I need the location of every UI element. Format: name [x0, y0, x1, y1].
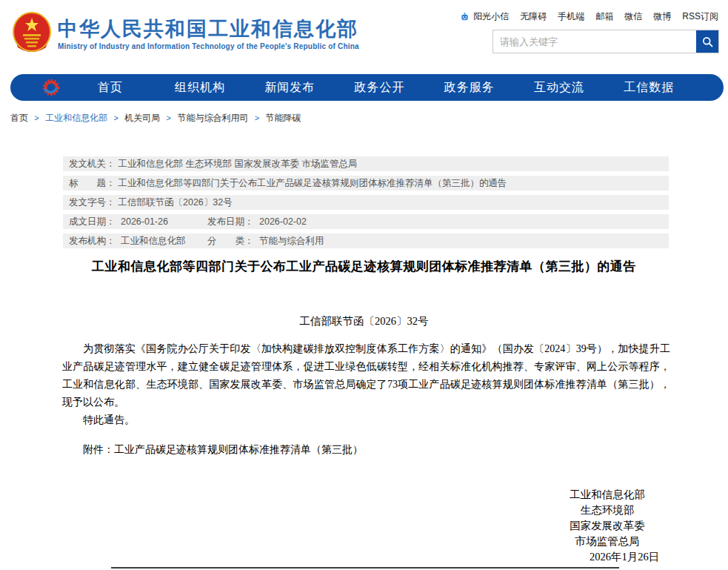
search-input[interactable] — [493, 30, 696, 53]
nav-item-home[interactable]: 首页 — [65, 80, 155, 96]
quick-link-label: 阳光小信 — [473, 10, 509, 23]
meta-label: 发布日期： — [207, 216, 254, 227]
breadcrumb-current[interactable]: 节能降碳 — [266, 113, 301, 123]
nav-item-news[interactable]: 新闻发布 — [245, 80, 335, 96]
breadcrumb-home[interactable]: 首页 — [10, 113, 28, 123]
signer: 国家发展改革委 — [518, 518, 696, 534]
robot-icon — [459, 11, 470, 22]
breadcrumb-separator: > — [113, 113, 118, 122]
meta-label: 标 题： — [69, 176, 116, 190]
meta-label: 分 类： — [207, 236, 254, 246]
signature-date: 2026年1月26日 — [518, 549, 696, 565]
meta-value: 工业和信息化部等四部门关于公布工业产品碳足迹核算规则团体标准推荐清单（第三批）的… — [118, 176, 507, 190]
miit-gear-icon — [41, 78, 61, 97]
meta-cell: 分 类： 节能与综合利用 — [207, 233, 324, 248]
meta-row-issuing-body: 发文机关： 工业和信息化部 生态环境部 国家发展改革委 市场监管总局 — [63, 156, 669, 171]
attachment-line: 附件：工业产品碳足迹核算规则团体标准推荐清单（第三批） — [62, 443, 670, 457]
signature-block: 工业和信息化部 生态环境部 国家发展改革委 市场监管总局 2026年1月26日 — [518, 487, 696, 565]
breadcrumb-separator: > — [255, 113, 259, 122]
article-doc-number: 工信部联节函〔2026〕32号 — [30, 314, 698, 328]
breadcrumb-separator: > — [167, 113, 171, 122]
quick-link-accessibility[interactable]: 无障碍 — [520, 10, 547, 23]
breadcrumb: 首页 > 工业和信息化部 > 机关司局 > 节能与综合利用司 > 节能降碳 — [10, 112, 301, 125]
document-meta-table: 发文机关： 工业和信息化部 生态环境部 国家发展改革委 市场监管总局 标 题： … — [63, 156, 669, 253]
breadcrumb-miit[interactable]: 工业和信息化部 — [45, 113, 107, 123]
breadcrumb-departments[interactable]: 机关司局 — [124, 113, 160, 123]
article-body: 为贯彻落实《国务院办公厅关于印发〈加快构建碳排放双控制度体系工作方案〉的通知》（… — [62, 340, 670, 429]
signer: 市场监管总局 — [518, 534, 696, 549]
quick-link-mobile[interactable]: 手机端 — [558, 10, 584, 23]
breadcrumb-energy-dept[interactable]: 节能与综合利用司 — [177, 113, 248, 123]
site-subtitle: Ministry of Industry and Information Tec… — [58, 42, 359, 50]
meta-row-title: 标 题： 工业和信息化部等四部门关于公布工业产品碳足迹核算规则团体标准推荐清单（… — [63, 176, 669, 190]
site-title: 中华人民共和国工业和信息化部 — [58, 18, 359, 40]
search-icon — [701, 36, 714, 48]
search-button[interactable] — [696, 30, 718, 53]
breadcrumb-separator: > — [34, 113, 39, 122]
meta-value: 工信部联节函〔2026〕32号 — [118, 195, 233, 210]
footer-divider — [111, 567, 619, 569]
article-paragraph: 为贯彻落实《国务院办公厅关于印发〈加快构建碳排放双控制度体系工作方案〉的通知》（… — [62, 340, 670, 411]
meta-row-doc-number: 发文字号： 工信部联节函〔2026〕32号 — [63, 195, 669, 210]
article-paragraph: 特此通告。 — [62, 411, 670, 429]
national-emblem-icon — [12, 12, 52, 55]
meta-cell: 成文日期： 2026-01-26 — [69, 214, 207, 229]
quick-link-weibo[interactable]: 微博 — [653, 10, 671, 23]
signer: 工业和信息化部 — [518, 487, 696, 503]
nav-item-interaction[interactable]: 互动交流 — [514, 80, 604, 96]
attachment-link[interactable]: 工业产品碳足迹核算规则团体标准推荐清单（第三批） — [114, 444, 363, 455]
meta-label: 发文机关： — [69, 156, 116, 171]
meta-value: 2026-01-26 — [121, 216, 168, 227]
meta-cell: 发布机构： 工业和信息化部 — [69, 233, 207, 248]
nav-item-organization[interactable]: 组织机构 — [155, 80, 244, 96]
site-logo-link[interactable]: 中华人民共和国工业和信息化部 Ministry of Industry and … — [12, 12, 359, 55]
meta-value: 2026-02-02 — [259, 216, 307, 227]
meta-label: 发文字号： — [69, 195, 116, 210]
meta-value: 工业和信息化部 生态环境部 国家发展改革委 市场监管总局 — [118, 156, 358, 171]
brand-text: 中华人民共和国工业和信息化部 Ministry of Industry and … — [58, 16, 359, 50]
nav-item-gov-disclosure[interactable]: 政务公开 — [335, 80, 424, 96]
meta-value: 节能与综合利用 — [259, 236, 324, 246]
main-nav: 首页 组织机构 新闻发布 政务公开 政务服务 互动交流 工信数据 — [10, 74, 724, 101]
meta-label: 成文日期： — [69, 216, 116, 227]
quick-link-wechat[interactable]: 微信 — [624, 10, 642, 23]
attachment-prefix: 附件： — [83, 444, 114, 455]
quick-link-mail[interactable]: 邮箱 — [595, 10, 613, 23]
nav-item-miit-data[interactable]: 工信数据 — [604, 80, 694, 96]
page: 中华人民共和国工业和信息化部 Ministry of Industry and … — [0, 0, 728, 570]
quick-link-sunshine-assistant[interactable]: 阳光小信 — [459, 10, 509, 23]
signer: 生态环境部 — [518, 503, 696, 518]
article-title: 工业和信息化部等四部门关于公布工业产品碳足迹核算规则团体标准推荐清单（第三批）的… — [30, 258, 698, 275]
meta-row-dates: 成文日期： 2026-01-26 发布日期： 2026-02-02 — [63, 214, 669, 229]
meta-value: 工业和信息化部 — [121, 236, 186, 246]
meta-row-publisher: 发布机构： 工业和信息化部 分 类： 节能与综合利用 — [63, 233, 669, 248]
meta-cell: 发布日期： 2026-02-02 — [207, 214, 307, 229]
quick-link-rss[interactable]: RSS订阅 — [682, 10, 718, 23]
quick-links: 阳光小信 无障碍 手机端 邮箱 微信 微博 RSS订阅 — [459, 10, 718, 23]
nav-item-gov-services[interactable]: 政务服务 — [424, 80, 514, 96]
meta-label: 发布机构： — [69, 236, 116, 246]
search-bar — [492, 30, 719, 53]
